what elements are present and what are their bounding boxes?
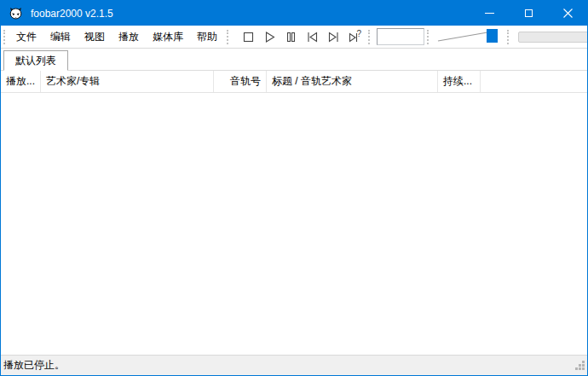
column-header-playing[interactable]: 播放... xyxy=(1,71,41,92)
menu-item-help[interactable]: 帮助 xyxy=(190,26,224,48)
transport-drag-handle-icon[interactable] xyxy=(227,30,230,44)
maximize-button[interactable] xyxy=(509,1,548,26)
column-header-title-track-artist[interactable]: 标题 / 音轨艺术家 xyxy=(267,71,438,92)
pause-button[interactable] xyxy=(280,26,302,47)
titlebar[interactable]: foobar2000 v2.1.5 xyxy=(1,1,587,26)
menu-item-view[interactable]: 视图 xyxy=(78,26,112,48)
playlist-tabstrip: 默认列表 xyxy=(1,49,587,71)
app-window: foobar2000 v2.1.5 文件编辑视图播放媒体库帮助 ? 默认列表 播… xyxy=(0,0,588,376)
random-button[interactable]: ? xyxy=(344,26,366,47)
foobar2000-logo-icon xyxy=(9,6,23,20)
next-icon xyxy=(326,30,341,44)
toolbar: 文件编辑视图播放媒体库帮助 ? xyxy=(1,26,587,49)
previous-button[interactable] xyxy=(302,26,323,47)
search-drag-handle-icon[interactable] xyxy=(368,30,372,44)
svg-text:?: ? xyxy=(356,30,361,38)
playlist-view[interactable] xyxy=(1,93,587,355)
minimize-icon xyxy=(485,13,494,14)
column-header-spacer[interactable] xyxy=(481,71,587,92)
tab-default-playlist[interactable]: 默认列表 xyxy=(3,50,68,71)
stop-icon xyxy=(241,30,256,44)
menu-bar: 文件编辑视图播放媒体库帮助 xyxy=(9,26,224,48)
window-title: foobar2000 v2.1.5 xyxy=(31,8,113,20)
column-header-duration[interactable]: 持续... xyxy=(438,71,481,92)
menubar-drag-handle-icon[interactable] xyxy=(3,30,7,44)
volume-thumb xyxy=(487,29,498,43)
transport-controls: ? xyxy=(238,26,366,47)
next-button[interactable] xyxy=(323,26,344,47)
close-button[interactable] xyxy=(548,1,587,26)
status-text: 播放已停止。 xyxy=(3,358,65,373)
maximize-icon xyxy=(525,9,533,17)
search-input[interactable] xyxy=(377,28,424,45)
column-header-artist-album[interactable]: 艺术家/专辑 xyxy=(41,71,214,92)
volume-slider[interactable] xyxy=(435,26,504,48)
caption-buttons xyxy=(470,1,587,26)
play-button[interactable] xyxy=(259,26,280,47)
menu-item-playback[interactable]: 播放 xyxy=(112,26,146,48)
column-header-track-number[interactable]: 音轨号 xyxy=(214,71,267,92)
pause-icon xyxy=(284,30,298,44)
volume-drag-handle-icon[interactable] xyxy=(427,30,430,44)
stop-button[interactable] xyxy=(238,26,259,47)
play-icon xyxy=(262,30,277,44)
menu-item-library[interactable]: 媒体库 xyxy=(146,26,190,48)
playlist-header: 播放...艺术家/专辑音轨号标题 / 音轨艺术家持续... xyxy=(1,71,587,93)
previous-icon xyxy=(305,30,320,44)
statusbar: 播放已停止。 xyxy=(1,355,587,375)
seekbar[interactable] xyxy=(518,32,588,43)
random-icon: ? xyxy=(348,30,363,44)
menu-item-edit[interactable]: 编辑 xyxy=(43,26,78,48)
menu-item-file[interactable]: 文件 xyxy=(9,26,43,48)
close-icon xyxy=(563,9,573,18)
seekbar-drag-handle-icon[interactable] xyxy=(507,30,510,44)
minimize-button[interactable] xyxy=(470,1,509,26)
resize-grip-icon[interactable] xyxy=(574,360,585,373)
